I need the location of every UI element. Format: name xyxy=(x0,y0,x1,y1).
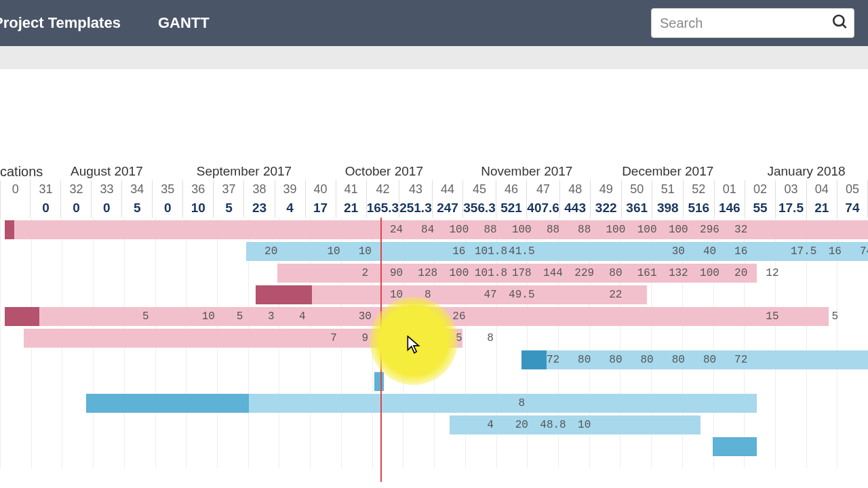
total-cell: 10 xyxy=(183,199,214,218)
nav-project-templates[interactable]: Project Templates xyxy=(0,14,121,32)
total-cell: 74 xyxy=(837,199,867,218)
week-label: 40 xyxy=(305,180,336,199)
bar-value: 12 xyxy=(757,267,788,279)
bar-value: 80 xyxy=(631,354,663,366)
total-cell: 0 xyxy=(153,199,183,218)
total-cell: 398 xyxy=(652,199,684,218)
total-cell: 516 xyxy=(684,199,715,218)
bar-value: 8 xyxy=(506,397,537,409)
week-label: 05 xyxy=(837,180,867,199)
bar-value: 30 xyxy=(663,245,694,258)
bar-value: 22 xyxy=(600,289,631,301)
total-cell: 322 xyxy=(591,199,622,218)
bar-value: 80 xyxy=(663,354,694,366)
bar-value: 41.5 xyxy=(506,245,537,258)
week-label: 49 xyxy=(591,180,622,199)
total-cell: 165.3 xyxy=(366,199,399,218)
month-row: August 2017September 2017October 2017Nov… xyxy=(1,164,868,180)
month-label: October 2017 xyxy=(305,164,463,180)
week-label: 41 xyxy=(336,180,366,199)
bar-value: 32 xyxy=(726,224,757,236)
bar-value: 40 xyxy=(694,245,725,258)
bar-value: 178 xyxy=(506,267,537,279)
bar-value: 10 xyxy=(380,289,412,301)
sub-bar xyxy=(0,46,868,69)
week-label: 04 xyxy=(806,180,837,199)
total-cell: 146 xyxy=(714,199,745,218)
total-cell: 4 xyxy=(275,199,305,218)
month-label: December 2017 xyxy=(591,164,745,180)
bar-value: 101.8 xyxy=(475,245,506,258)
bar-value: 26 xyxy=(443,310,475,323)
bar-value: 72 xyxy=(726,354,757,366)
total-cell: 23 xyxy=(244,199,275,218)
week-label: 43 xyxy=(399,180,433,199)
bar-value: 88 xyxy=(537,224,568,236)
week-label: 51 xyxy=(652,180,684,199)
bar-value: 88 xyxy=(569,224,600,236)
gantt-bar[interactable] xyxy=(713,437,757,456)
total-cell: 0 xyxy=(31,199,61,218)
total-cell: 21 xyxy=(336,199,366,218)
gantt-bar[interactable]: 248410088100888810010010029632 xyxy=(5,220,868,239)
bar-value: 20 xyxy=(256,245,287,258)
week-label: 39 xyxy=(275,180,305,199)
svg-point-0 xyxy=(833,16,844,26)
bar-value: 10 xyxy=(569,419,600,431)
gantt-bar[interactable]: 794058 xyxy=(24,329,462,348)
gantt-grid[interactable]: 2484100881008888100100100296322010101610… xyxy=(0,218,868,468)
bar-value: 80 xyxy=(694,354,725,366)
bar-value: 16 xyxy=(443,245,475,258)
bar-value: 80 xyxy=(569,354,600,366)
bar-value: 15 xyxy=(757,310,788,323)
gantt-bar[interactable]: 72808080808072 xyxy=(521,350,868,369)
gantt-bar[interactable]: 42048.810 xyxy=(450,415,701,434)
bar-value: 49.5 xyxy=(506,289,537,301)
total-cell: 407.6 xyxy=(527,199,560,218)
bar-value: 8 xyxy=(475,332,506,344)
top-bar: Project Templates GANTT xyxy=(0,0,868,46)
bar-value: 10 xyxy=(193,310,224,323)
bar-value: 101.8 xyxy=(475,267,506,279)
total-cell: 0 xyxy=(61,199,92,218)
bar-value: 8 xyxy=(412,289,443,301)
week-label: 45 xyxy=(463,180,496,199)
gantt-bar[interactable]: 290128100101.8178144229801611321002012 xyxy=(277,264,757,283)
bar-value: 10 xyxy=(349,245,380,258)
week-label: 35 xyxy=(153,180,183,199)
month-label: September 2017 xyxy=(183,164,305,180)
week-label: 44 xyxy=(432,180,463,199)
week-row: 0313233343536373839404142434445464748495… xyxy=(1,180,868,199)
week-label: 52 xyxy=(684,180,715,199)
bar-value: 3 xyxy=(256,310,287,323)
search-input[interactable] xyxy=(651,8,854,38)
total-cell: 247 xyxy=(432,199,463,218)
bar-value: 100 xyxy=(600,224,631,236)
search-icon[interactable] xyxy=(831,14,849,33)
week-label: 31 xyxy=(31,180,61,199)
gantt-bar[interactable] xyxy=(374,372,384,391)
bar-value: 17.5 xyxy=(788,245,819,258)
week-label: 46 xyxy=(496,180,527,199)
nav-gantt[interactable]: GANTT xyxy=(158,14,210,32)
mouse-cursor-icon xyxy=(407,336,422,357)
week-label: 34 xyxy=(122,180,153,199)
bar-value: 5 xyxy=(224,310,255,323)
bar-value: 2 xyxy=(349,267,380,279)
total-cell: 521 xyxy=(496,199,527,218)
gantt-bar[interactable]: 1084749.522 xyxy=(256,285,648,304)
timeline-header: August 2017September 2017October 2017Nov… xyxy=(0,164,868,218)
bar-value: 74 xyxy=(850,245,868,258)
total-cell: 21 xyxy=(806,199,837,218)
week-label: 02 xyxy=(745,180,776,199)
gantt-bar[interactable]: 20101016101.841.530401617.51674 xyxy=(246,242,868,261)
total-cell: 55 xyxy=(745,199,776,218)
gantt-bar[interactable]: 5105343026155 xyxy=(5,307,829,326)
bar-value: 20 xyxy=(726,267,757,279)
week-label: 33 xyxy=(92,180,122,199)
total-cell xyxy=(1,199,31,218)
bar-value: 72 xyxy=(537,354,568,366)
gantt-bar[interactable]: 8 xyxy=(86,394,757,413)
bar-value: 47 xyxy=(475,289,506,301)
week-label: 03 xyxy=(776,180,807,199)
